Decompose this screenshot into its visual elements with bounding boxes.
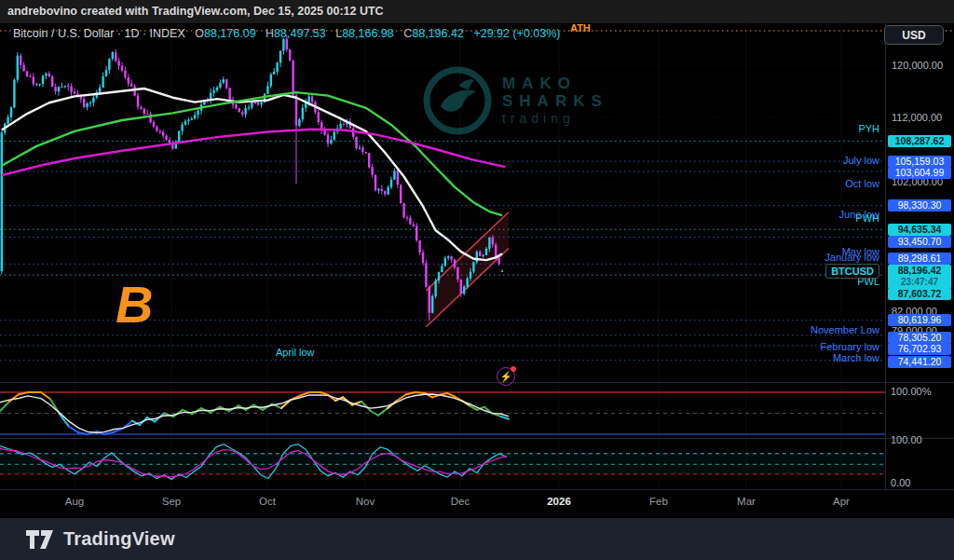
level-label-pwh[interactable]: PWH [855,212,879,224]
month-label-aug: Aug [65,496,84,507]
osc1-scale-label: 100.00% [891,386,931,397]
close-label: C [403,27,412,40]
month-label-dec: Dec [451,496,470,507]
price-badge-february_low[interactable]: 78,305.20 [888,332,951,344]
close-value: 88,196.42 [412,27,464,40]
change-value: +29.92 (+0.03%) [473,27,560,40]
bar-countdown: 23:47:47 [888,277,951,287]
price-badge-march_low[interactable]: 76,702.93 [888,343,951,355]
high-label: H [266,27,274,40]
month-label-feb: Feb [649,496,668,507]
oscillator-panes [0,392,885,474]
price-badge-pyh[interactable]: 108,287.62 [888,135,951,147]
low-value: 88,166.98 [342,27,394,40]
attribution-bar: andrebovino created with TradingView.com… [0,0,954,23]
currency-usd-button[interactable]: USD [884,25,944,45]
time-axis[interactable]: AugSepOctNovDec2026FebMarApr [0,489,954,518]
price-badge-may_low[interactable]: 93,450.70 [888,236,951,248]
level-label-november_low[interactable]: November Low [811,324,879,335]
month-label-2026: 2026 [547,496,571,507]
level-label-march_low[interactable]: March low [833,352,879,363]
price-badge-april_low[interactable]: 74,441.20 [888,356,951,368]
level-label-april_low[interactable]: April low [276,347,315,358]
footer-bar: TradingView [0,518,954,560]
main-chart-canvas[interactable] [0,23,954,518]
level-label-july_low[interactable]: July low [843,155,879,166]
ma-mid [2,92,502,215]
tradingview-logo-icon[interactable] [26,528,54,551]
high-value: 88,497.53 [274,27,326,40]
indicator-alert-icon[interactable]: ⚡ [497,367,515,386]
month-label-nov: Nov [356,496,375,507]
price-badge-june_low[interactable]: 98,330.30 [888,199,951,212]
level-label-january_low[interactable]: January low [825,252,879,263]
symbol-legend[interactable]: Bitcoin / U.S. Dollar · 1D · INDEX O88,1… [13,27,561,40]
month-label-apr: Apr [833,496,850,507]
current-price-value: 88,196.42 [888,265,951,277]
alert-dot [511,366,516,372]
osc2-scale-top: 100.00 [891,434,922,445]
month-label-mar: Mar [737,496,756,507]
candles [1,35,504,321]
tradingview-screenshot: andrebovino created with TradingView.com… [0,0,954,560]
price-badge-oct_low[interactable]: 103,604.99 [888,167,951,179]
month-label-sep: Sep [162,496,181,507]
gridlines [0,23,885,489]
current-price-badge[interactable]: 88,196.4223:47:47 [888,265,951,289]
level-lines[interactable] [0,31,954,361]
ma-fast [2,89,502,260]
open-label: O [195,27,204,40]
level-label-february_low[interactable]: February low [820,341,879,352]
month-label-oct: Oct [259,496,276,507]
price-badge-july_low[interactable]: 105,159.03 [888,156,951,168]
price-badge-november_low[interactable]: 80,619.96 [888,314,951,326]
level-label-oct_low[interactable]: Oct low [845,178,879,189]
price-tick-112000: 112,000.00 [892,112,942,123]
level-label-pyh[interactable]: PYH [858,123,879,134]
price-tick-120000: 120,000.00 [892,60,943,71]
pane-separator-1[interactable] [0,382,954,383]
ma-slow [2,130,506,175]
pane-separator-2[interactable] [0,438,954,439]
symbol-title: Bitcoin / U.S. Dollar · 1D · INDEX [13,27,185,40]
price-badge-pwl[interactable]: 87,603.72 [888,288,951,300]
level-label-ath[interactable]: ATH [570,22,591,34]
price-badge-january_low[interactable]: 89,298.61 [888,253,951,265]
price-badge-pwh[interactable]: 94,635.34 [888,224,951,236]
chart-main-area: MAKO SHARKS trading B Bitcoin / U.S. Dol… [0,23,954,518]
open-value: 88,176.09 [204,27,256,40]
price-axis[interactable]: 120,000.00112,000.00102,000.0082,000.007… [885,23,954,489]
symbol-flag-btcusd[interactable]: BTCUSD [825,264,879,279]
osc2-scale-bottom: 0.00 [891,477,910,488]
footer-brand: TradingView [63,528,175,550]
